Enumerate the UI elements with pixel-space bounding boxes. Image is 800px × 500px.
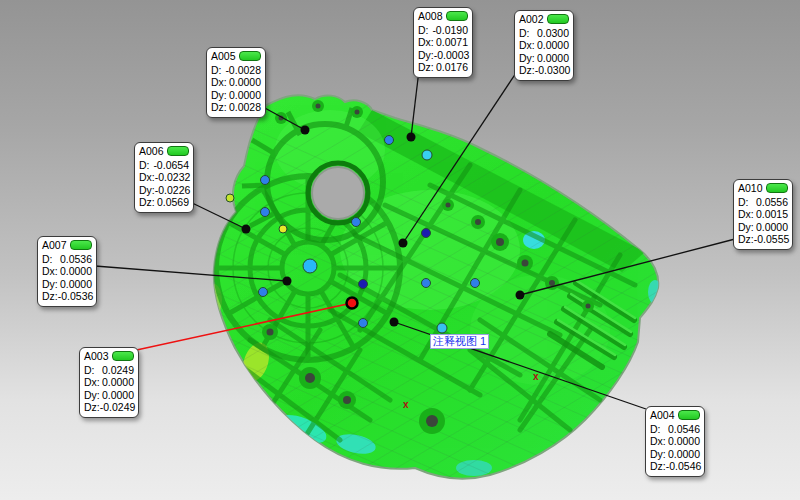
row-label-dx: Dx: [211, 76, 227, 89]
row-value-dx: 0.0000 [60, 265, 92, 278]
row-value-d: 0.0546 [668, 423, 700, 436]
datum-x-marker: x [403, 399, 409, 410]
tolerance-pass-indicator [112, 351, 134, 361]
row-label-dy: Dy: [650, 448, 666, 461]
measurement-dot-lime[interactable] [226, 194, 234, 202]
row-label-dy: Dy: [139, 184, 155, 197]
tolerance-pass-indicator [766, 183, 788, 193]
row-value-dy: 0.0000 [60, 278, 92, 291]
row-label-d: D: [418, 24, 429, 37]
row-value-dz: -0.0249 [100, 401, 136, 414]
row-value-dz: -0.0536 [58, 290, 94, 303]
row-label-dx: Dx: [42, 265, 58, 278]
measurement-dot-yellow[interactable] [279, 225, 287, 233]
row-label-d: D: [519, 27, 530, 40]
row-value-dx: 0.0015 [756, 208, 788, 221]
annotation-view-name-tag[interactable]: 注释视图 1 [430, 334, 489, 349]
row-label-dz: Dz: [42, 290, 58, 303]
row-label-dx: Dx: [139, 171, 155, 184]
row-label-d: D: [84, 364, 95, 377]
anchor-point-A002[interactable] [399, 239, 408, 248]
row-label-d: D: [650, 423, 661, 436]
anchor-point-A007[interactable] [283, 277, 292, 286]
tolerance-pass-indicator [239, 51, 261, 61]
anchor-point-A006[interactable] [242, 225, 251, 234]
row-value-d: -0.0654 [153, 159, 189, 172]
row-value-dz: 0.0028 [229, 101, 261, 114]
row-value-dx: 0.0000 [537, 39, 569, 52]
measurement-dot-blue[interactable] [422, 279, 431, 288]
row-value-d: 0.0300 [537, 27, 569, 40]
row-value-d: -0.0028 [225, 64, 261, 77]
viewport-3d[interactable]: x x A0 [0, 0, 800, 500]
measurement-dot-cyan[interactable] [422, 150, 432, 160]
annotation-label-A002[interactable]: A002 D:0.0300 Dx:0.0000 Dy:0.0000 Dz:-0.… [514, 10, 574, 81]
row-value-dz: 0.0569 [157, 196, 189, 209]
annotation-label-A006[interactable]: A006 D:-0.0654 Dx:-0.0232 Dy:-0.0226 Dz:… [134, 142, 194, 213]
annotation-id: A007 [42, 239, 67, 252]
anchor-point-A005[interactable] [301, 126, 310, 135]
row-label-dy: Dy: [211, 89, 227, 102]
tolerance-pass-indicator [446, 11, 468, 21]
annotation-label-A007[interactable]: A007 D:0.0536 Dx:0.0000 Dy:0.0000 Dz:-0.… [37, 236, 97, 307]
row-label-dz: Dz: [139, 196, 155, 209]
measurement-dot-blue[interactable] [471, 279, 480, 288]
row-label-dx: Dx: [650, 435, 666, 448]
row-value-d: 0.0536 [60, 253, 92, 266]
annotation-label-A010[interactable]: A010 D:0.0556 Dx:0.0015 Dy:0.0000 Dz:-0.… [733, 179, 793, 250]
row-label-dz: Dz: [84, 401, 100, 414]
annotation-id: A003 [84, 350, 109, 363]
annotation-label-A008[interactable]: A008 D:-0.0190 Dx:0.0071 Dy:-0.0003 Dz:0… [413, 7, 473, 78]
row-label-dy: Dy: [418, 49, 434, 62]
anchor-point-A004[interactable] [390, 318, 399, 327]
annotation-label-A005[interactable]: A005 D:-0.0028 Dx:0.0000 Dy:0.0000 Dz:0.… [206, 47, 266, 118]
row-label-dy: Dy: [738, 221, 754, 234]
row-label-dz: Dz: [519, 64, 535, 77]
tolerance-pass-indicator [167, 146, 189, 156]
row-label-dx: Dx: [418, 36, 434, 49]
row-label-dy: Dy: [519, 52, 535, 65]
row-value-dy: 0.0000 [756, 221, 788, 234]
measurement-dot-blue[interactable] [359, 319, 368, 328]
row-value-dz: -0.0300 [535, 64, 571, 77]
row-value-dx: 0.0000 [229, 76, 261, 89]
row-label-d: D: [139, 159, 150, 172]
row-value-dy: 0.0000 [102, 389, 134, 402]
measurement-dot-hub[interactable] [303, 259, 317, 273]
measurement-dot-blue[interactable] [259, 288, 268, 297]
row-label-dx: Dx: [519, 39, 535, 52]
measurement-dot-blue[interactable] [352, 218, 361, 227]
anchor-point-A010[interactable] [516, 291, 525, 300]
row-value-dx: -0.0232 [155, 171, 191, 184]
row-value-d: -0.0190 [432, 24, 468, 37]
annotation-id: A006 [139, 145, 164, 158]
anchor-point-A008[interactable] [407, 133, 416, 142]
annotation-label-A004[interactable]: A004 D:0.0546 Dx:0.0000 Dy:0.0000 Dz:-0.… [645, 406, 705, 477]
row-value-dz: 0.0176 [436, 61, 468, 74]
row-label-dz: Dz: [418, 61, 434, 74]
row-label-dy: Dy: [84, 389, 100, 402]
tolerance-pass-indicator [547, 14, 569, 24]
row-value-dy: 0.0000 [668, 448, 700, 461]
tolerance-pass-indicator [70, 240, 92, 250]
row-label-d: D: [738, 196, 749, 209]
row-value-dz: -0.0546 [666, 460, 702, 473]
row-label-dx: Dx: [738, 208, 754, 221]
measurement-dot-blue[interactable] [261, 176, 270, 185]
row-label-dz: Dz: [211, 101, 227, 114]
row-label-d: D: [42, 253, 53, 266]
annotation-label-A003[interactable]: A003 D:0.0249 Dx:0.0000 Dy:0.0000 Dz:-0.… [79, 347, 139, 418]
measurement-dot-cyan[interactable] [437, 323, 447, 333]
row-value-dy: -0.0226 [155, 184, 191, 197]
row-value-dx: 0.0000 [102, 376, 134, 389]
row-value-d: 0.0249 [102, 364, 134, 377]
row-value-dx: 0.0000 [668, 435, 700, 448]
measurement-dot-blue[interactable] [261, 208, 270, 217]
center-bore-hole [308, 163, 368, 223]
measurement-dot-blue[interactable] [385, 136, 394, 145]
measurement-dot-navy[interactable] [422, 229, 431, 238]
anchor-point-A003-selected[interactable] [347, 298, 358, 309]
annotation-id: A002 [519, 13, 544, 26]
measurement-dot-navy[interactable] [359, 280, 368, 289]
annotation-id: A005 [211, 50, 236, 63]
